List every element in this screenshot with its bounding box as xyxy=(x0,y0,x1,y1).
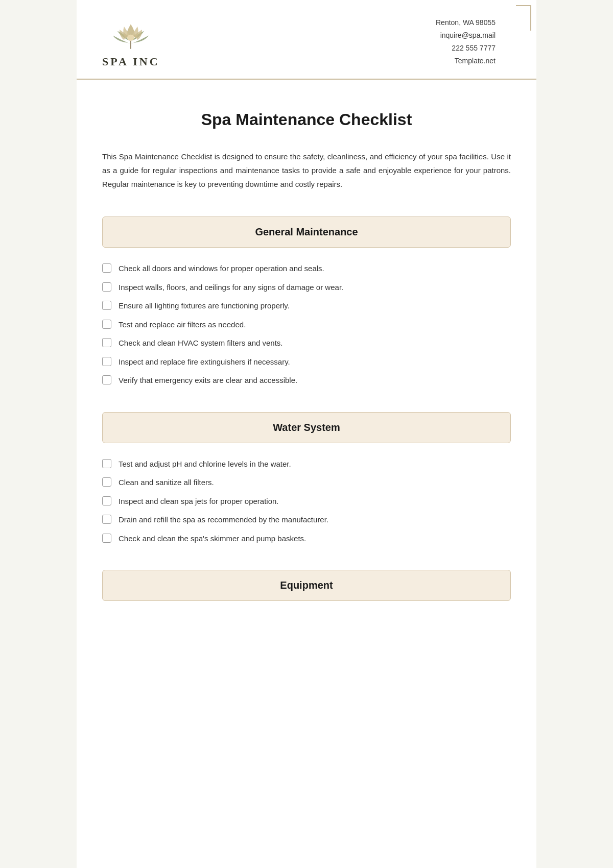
main-content: Spa Maintenance Checklist This Spa Maint… xyxy=(77,80,536,637)
logo-area: SPA INC xyxy=(102,15,160,68)
contact-phone: 222 555 7777 xyxy=(436,42,496,55)
item-text: Verify that emergency exits are clear an… xyxy=(119,375,297,387)
section-water-system: Water System Test and adjust pH and chlo… xyxy=(102,412,511,545)
header: SPA INC Renton, WA 98055 inquire@spa.mai… xyxy=(77,0,536,80)
svg-point-0 xyxy=(127,35,134,41)
contact-address: Renton, WA 98055 xyxy=(436,16,496,29)
list-item: Inspect and replace fire extinguishers i… xyxy=(102,356,511,368)
checkbox[interactable] xyxy=(102,320,111,329)
list-item: Check and clean HVAC system filters and … xyxy=(102,337,511,349)
checkbox[interactable] xyxy=(102,515,111,524)
contact-email: inquire@spa.mail xyxy=(436,29,496,42)
item-text: Drain and refill the spa as recommended … xyxy=(119,514,328,526)
checkbox[interactable] xyxy=(102,282,111,292)
item-text: Clean and sanitize all filters. xyxy=(119,477,214,489)
logo-text: SPA INC xyxy=(102,55,160,68)
item-text: Check all doors and windows for proper o… xyxy=(119,263,324,275)
list-item: Check and clean the spa's skimmer and pu… xyxy=(102,533,511,545)
list-item: Verify that emergency exits are clear an… xyxy=(102,375,511,387)
section-title-equipment: Equipment xyxy=(280,580,333,591)
item-text: Inspect and clean spa jets for proper op… xyxy=(119,496,279,508)
list-item: Test and replace air filters as needed. xyxy=(102,319,511,331)
section-header-general: General Maintenance xyxy=(102,216,511,248)
document-title: Spa Maintenance Checklist xyxy=(102,110,511,129)
checkbox[interactable] xyxy=(102,375,111,384)
list-item: Test and adjust pH and chlorine levels i… xyxy=(102,459,511,470)
corner-decoration xyxy=(516,5,531,31)
item-text: Ensure all lighting fixtures are functio… xyxy=(119,300,290,312)
list-item: Drain and refill the spa as recommended … xyxy=(102,514,511,526)
section-header-water: Water System xyxy=(102,412,511,443)
list-item: Check all doors and windows for proper o… xyxy=(102,263,511,275)
checkbox[interactable] xyxy=(102,496,111,505)
checkbox[interactable] xyxy=(102,477,111,487)
checklist-water: Test and adjust pH and chlorine levels i… xyxy=(102,459,511,545)
list-item: Inspect walls, floors, and ceilings for … xyxy=(102,282,511,294)
checkbox[interactable] xyxy=(102,263,111,273)
contact-info: Renton, WA 98055 inquire@spa.mail 222 55… xyxy=(436,16,511,68)
checklist-general: Check all doors and windows for proper o… xyxy=(102,263,511,387)
list-item: Clean and sanitize all filters. xyxy=(102,477,511,489)
section-title-general: General Maintenance xyxy=(255,226,358,237)
item-text: Check and clean the spa's skimmer and pu… xyxy=(119,533,306,545)
item-text: Check and clean HVAC system filters and … xyxy=(119,337,283,349)
section-header-equipment: Equipment xyxy=(102,570,511,601)
item-text: Inspect walls, floors, and ceilings for … xyxy=(119,282,343,294)
contact-website: Template.net xyxy=(436,55,496,67)
intro-text: This Spa Maintenance Checklist is design… xyxy=(102,150,511,191)
section-general-maintenance: General Maintenance Check all doors and … xyxy=(102,216,511,387)
checkbox[interactable] xyxy=(102,534,111,543)
checkbox[interactable] xyxy=(102,301,111,310)
checkbox[interactable] xyxy=(102,338,111,347)
checkbox[interactable] xyxy=(102,357,111,366)
list-item: Ensure all lighting fixtures are functio… xyxy=(102,300,511,312)
section-equipment: Equipment xyxy=(102,570,511,601)
item-text: Inspect and replace fire extinguishers i… xyxy=(119,356,290,368)
page: SPA INC Renton, WA 98055 inquire@spa.mai… xyxy=(77,0,536,868)
section-title-water: Water System xyxy=(273,422,340,433)
item-text: Test and replace air filters as needed. xyxy=(119,319,246,331)
checkbox[interactable] xyxy=(102,459,111,468)
lotus-icon xyxy=(108,15,154,51)
item-text: Test and adjust pH and chlorine levels i… xyxy=(119,459,291,470)
list-item: Inspect and clean spa jets for proper op… xyxy=(102,496,511,508)
